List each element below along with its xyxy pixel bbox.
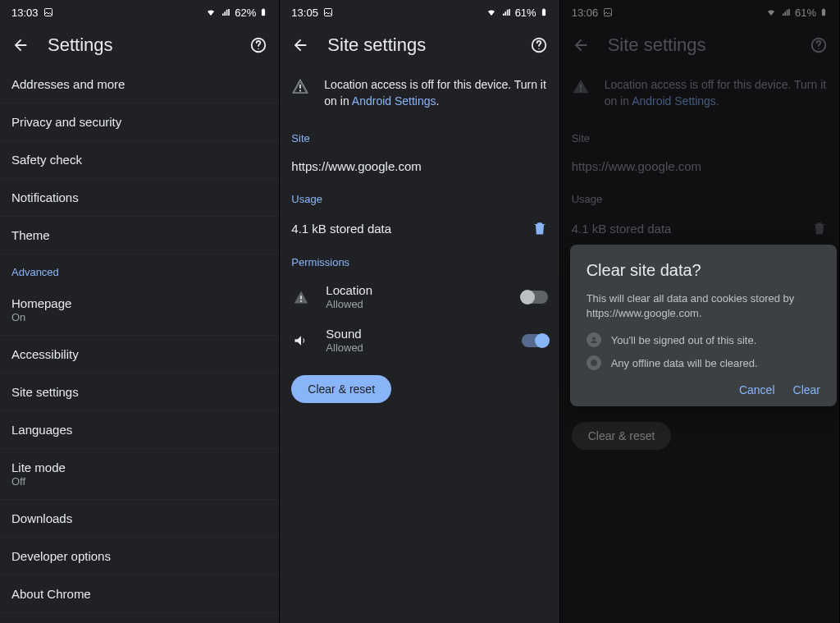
svg-rect-1 <box>262 9 265 16</box>
svg-rect-10 <box>299 85 301 89</box>
settings-item-lite-mode[interactable]: Lite modeOff <box>0 449 279 500</box>
settings-item-about[interactable]: About Chrome <box>0 575 279 613</box>
battery-icon <box>540 7 548 18</box>
clear-data-dialog: Clear site data? This will clear all dat… <box>570 245 837 406</box>
dialog-title: Clear site data? <box>587 261 820 280</box>
settings-item-languages[interactable]: Languages <box>0 411 279 449</box>
dialog-bullet-offline: Any offline data will be cleared. <box>587 355 820 370</box>
wifi-icon <box>486 7 497 17</box>
sound-icon <box>291 332 311 349</box>
wifi-icon <box>205 7 217 17</box>
settings-item-site-settings[interactable]: Site settings <box>0 373 279 411</box>
permission-sound[interactable]: Sound Allowed <box>280 318 559 362</box>
clear-button[interactable]: Clear <box>793 383 820 396</box>
advanced-header: Advanced <box>0 254 279 285</box>
app-bar: Site settings <box>280 25 559 66</box>
sound-toggle[interactable] <box>522 334 548 347</box>
battery-text: 61% <box>515 7 536 19</box>
perm-title: Location <box>326 283 506 297</box>
location-toggle[interactable] <box>522 291 548 304</box>
settings-item-theme[interactable]: Theme <box>0 217 279 254</box>
trash-icon[interactable] <box>532 220 548 236</box>
svg-rect-6 <box>542 9 546 16</box>
clear-reset-button[interactable]: Clear & reset <box>291 375 391 403</box>
svg-point-22 <box>591 360 597 366</box>
android-settings-link[interactable]: Android Settings <box>352 94 436 108</box>
svg-rect-7 <box>543 8 545 9</box>
status-time: 13:05 <box>291 7 318 19</box>
warning-triangle-icon <box>291 289 311 305</box>
settings-item-safety[interactable]: Safety check <box>0 141 279 179</box>
warning-text: Location access is off for this device. … <box>324 77 547 109</box>
page-title: Settings <box>48 34 231 56</box>
permission-location[interactable]: Location Allowed <box>280 275 559 318</box>
dialog-body: This will clear all data and cookies sto… <box>587 291 820 321</box>
settings-item-developer[interactable]: Developer options <box>0 538 279 575</box>
svg-point-21 <box>592 337 596 341</box>
battery-text: 62% <box>235 7 256 19</box>
usage-text: 4.1 kB stored data <box>291 222 391 236</box>
settings-panel: 13:03 62% Settings Addresses and more Pr… <box>0 0 280 623</box>
svg-rect-2 <box>262 8 264 9</box>
image-icon <box>323 7 333 17</box>
site-settings-panel: 13:05 61% Site settings Location access … <box>280 0 559 623</box>
svg-rect-0 <box>44 9 52 16</box>
status-bar: 13:03 62% <box>0 0 279 25</box>
page-title: Site settings <box>327 34 511 56</box>
usage-row: 4.1 kB stored data <box>280 212 559 245</box>
cancel-button[interactable]: Cancel <box>739 383 775 396</box>
svg-point-4 <box>258 48 259 49</box>
app-bar: Settings <box>0 25 279 66</box>
perm-title: Sound <box>326 327 506 341</box>
settings-item-accessibility[interactable]: Accessibility <box>0 336 279 373</box>
help-icon[interactable] <box>249 36 267 54</box>
settings-item-addresses[interactable]: Addresses and more <box>0 66 279 103</box>
location-warning: Location access is off for this device. … <box>280 66 559 121</box>
site-url: https://www.google.com <box>280 151 559 181</box>
site-header: Site <box>280 121 559 151</box>
signal-icon <box>220 7 231 17</box>
svg-rect-12 <box>300 295 302 299</box>
perm-sub: Allowed <box>326 341 506 354</box>
back-arrow-icon[interactable] <box>291 36 309 54</box>
svg-point-9 <box>538 48 539 49</box>
usage-header: Usage <box>280 181 559 212</box>
svg-rect-13 <box>300 300 302 302</box>
settings-item-downloads[interactable]: Downloads <box>0 500 279 538</box>
status-bar: 13:05 61% <box>280 0 559 25</box>
image-icon <box>43 7 53 17</box>
status-time: 13:03 <box>11 7 39 19</box>
perm-sub: Allowed <box>326 298 506 310</box>
svg-rect-5 <box>324 9 331 16</box>
settings-item-homepage[interactable]: HomepageOn <box>0 285 279 336</box>
settings-item-privacy[interactable]: Privacy and security <box>0 103 279 141</box>
warning-triangle-icon <box>291 77 309 95</box>
settings-item-notifications[interactable]: Notifications <box>0 179 279 217</box>
signal-icon <box>500 7 512 17</box>
back-arrow-icon[interactable] <box>11 36 30 54</box>
svg-rect-11 <box>299 90 301 92</box>
dialog-bullet-signout: You'll be signed out of this site. <box>587 332 820 347</box>
battery-icon <box>259 7 267 18</box>
person-icon <box>587 332 601 347</box>
help-icon[interactable] <box>530 36 548 54</box>
site-settings-dialog-panel: 13:06 61% Site settings Location access … <box>560 0 840 623</box>
offline-icon <box>587 355 601 370</box>
permissions-header: Permissions <box>280 245 559 275</box>
